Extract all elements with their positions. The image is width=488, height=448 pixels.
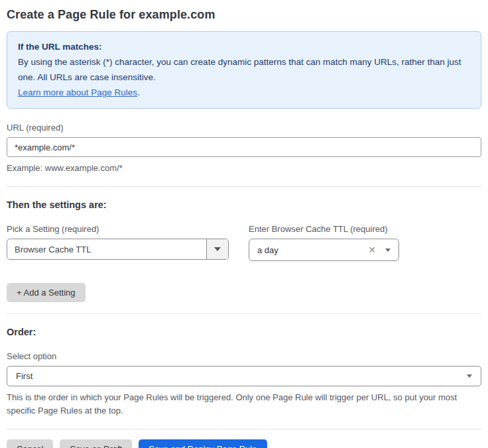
x-clear-icon[interactable]: ✕ [368, 245, 376, 254]
save-as-draft-button[interactable]: Save as Draft [60, 439, 132, 448]
order-select-label: Select option [7, 351, 481, 361]
setting-picker-value: Browser Cache TTL [7, 239, 206, 259]
add-setting-row: + Add a Setting [7, 283, 481, 302]
create-page-rule-panel: Create a Page Rule for example.com If th… [0, 0, 488, 448]
ttl-picker-value: a day [257, 245, 368, 255]
order-helper-text: This is the order in which your Page Rul… [7, 391, 481, 418]
cancel-button[interactable]: Cancel [7, 439, 53, 448]
ttl-picker-label: Enter Browser Cache TTL (required) [249, 224, 399, 234]
settings-section-heading: Then the settings are: [7, 199, 481, 210]
ttl-picker-dropdown[interactable]: a day ✕ [249, 239, 399, 261]
setting-picker-arrow-button[interactable] [206, 239, 228, 259]
settings-row: Pick a Setting (required) Browser Cache … [7, 210, 481, 261]
order-select-value: First [16, 371, 467, 381]
setting-picker-label: Pick a Setting (required) [7, 224, 229, 234]
setting-picker-column: Pick a Setting (required) Browser Cache … [7, 210, 229, 261]
caret-down-icon [467, 374, 472, 378]
order-section-heading: Order: [7, 327, 481, 337]
info-box-link-line: Learn more about Page Rules. [18, 85, 470, 100]
footer-actions: Cancel Save as Draft Save and Deploy Pag… [7, 439, 481, 448]
order-select[interactable]: First [7, 366, 481, 386]
url-input[interactable] [7, 137, 481, 157]
url-field-label: URL (required) [7, 123, 481, 133]
ttl-picker-column: Enter Browser Cache TTL (required) a day… [249, 210, 399, 261]
info-box-heading: If the URL matches: [18, 39, 470, 54]
caret-down-icon [214, 247, 221, 251]
divider [7, 429, 481, 429]
add-setting-button[interactable]: + Add a Setting [7, 283, 86, 302]
caret-down-icon [385, 249, 391, 252]
save-and-deploy-button[interactable]: Save and Deploy Page Rule [139, 439, 267, 448]
info-box-body: By using the asterisk (*) character, you… [18, 54, 470, 85]
url-match-info-box: If the URL matches: By using the asteris… [7, 31, 481, 109]
page-title: Create a Page Rule for example.com [7, 8, 481, 22]
learn-more-link[interactable]: Learn more about Page Rules [18, 87, 137, 97]
divider [7, 186, 481, 187]
divider [7, 313, 481, 314]
link-suffix: . [137, 87, 140, 97]
url-field-helper: Example: www.example.com/* [7, 162, 481, 175]
setting-picker-dropdown[interactable]: Browser Cache TTL [7, 239, 229, 260]
